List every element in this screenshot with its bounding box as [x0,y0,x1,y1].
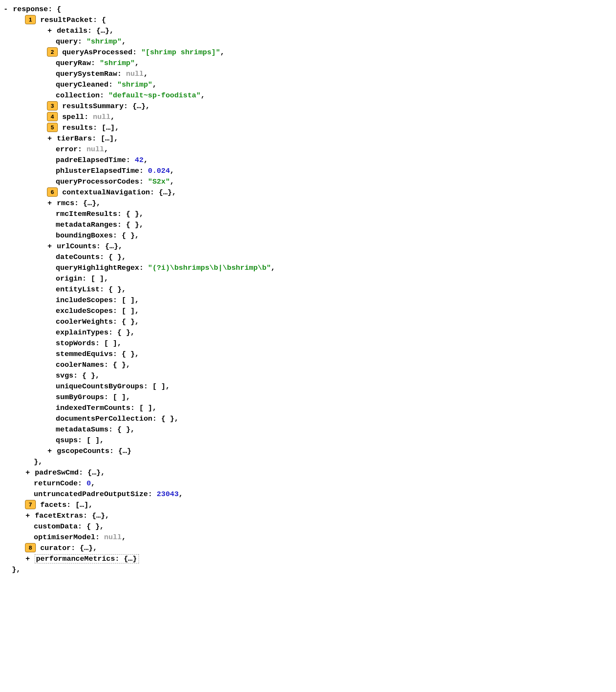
json-key: entityList [56,285,100,294]
json-key: excludeScopes [56,307,113,315]
toggle-+[interactable]: + [25,467,30,478]
json-key: performanceMetrics [36,555,115,563]
json-row-urlCounts[interactable]: + urlCounts: {…}, [3,241,613,252]
toggle-+[interactable]: + [47,25,52,36]
json-string: "S2x" [148,177,170,186]
json-key: queryCleaned [56,80,109,89]
toggle-+[interactable]: + [25,510,30,521]
json-key: queryAsProcessed [62,48,132,57]
json-row-padreElapsedTime: padreElapsedTime: 42, [3,155,613,165]
toggle-+[interactable]: + [47,198,52,209]
json-row-curator[interactable]: 8 curator: {…}, [3,543,613,553]
json-row-spell[interactable]: 4 spell: null, [3,112,613,122]
json-null: null [126,70,144,78]
json-row-contextualNavigation[interactable]: 6 contextualNavigation: {…}, [3,187,613,198]
toggle-+[interactable]: + [47,446,52,456]
json-row-boundingBoxes: boundingBoxes: { }, [3,230,613,241]
json-tree: - response: { 1 resultPacket: { + detail… [3,4,613,575]
json-key: indexedTermCounts [56,404,131,412]
json-row-resultPacket[interactable]: 1 resultPacket: { [3,15,613,25]
json-key: qsups [56,436,78,445]
json-key: stopWords [56,339,95,348]
json-row-collection: collection: "default~sp-foodista", [3,90,613,101]
json-row-resultsSummary[interactable]: 3 resultsSummary: {…}, [3,101,613,112]
json-row-queryRaw: queryRaw: "shrimp", [3,58,613,69]
json-row-indexedTermCounts: indexedTermCounts: [ ], [3,403,613,413]
toggle-+[interactable]: + [25,553,30,564]
json-key: queryRaw [56,59,91,67]
json-row-queryHighlightRegex: queryHighlightRegex: "(?i)\bshrimps\b|\b… [3,262,613,273]
json-row-coolerNames: coolerNames: { }, [3,359,613,370]
json-key: customData [34,522,78,531]
json-key: sumByGroups [56,393,104,401]
json-key: returnCode [34,479,78,488]
json-row-rmcs[interactable]: + rmcs: {…}, [3,198,613,209]
json-row-customData: customData: { }, [3,521,613,532]
json-row-response[interactable]: - response: { [3,4,613,15]
json-row-details[interactable]: + details: {…}, [3,25,613,36]
json-key: querySystemRaw [56,70,117,78]
json-number: 23043 [157,490,179,498]
callout-badge[interactable]: 7 [25,500,36,509]
json-key: phlusterElapsedTime [56,167,139,175]
json-row-includeScopes: includeScopes: [ ], [3,295,613,306]
toggle-+[interactable]: + [47,133,52,144]
callout-badge[interactable]: 6 [47,187,58,197]
json-key: includeScopes [56,296,113,304]
json-null: null [87,145,104,154]
json-row-tierBars[interactable]: + tierBars: […], [3,133,613,144]
json-key: coolerNames [56,361,104,369]
json-key: facets [40,501,66,509]
json-row-untruncatedPadreOutputSize: untruncatedPadreOutputSize: 23043, [3,489,613,500]
json-row-facets[interactable]: 7 facets: […], [3,500,613,510]
json-row-sumByGroups: sumByGroups: [ ], [3,392,613,403]
toggle--[interactable]: - [3,4,8,15]
json-key: results [62,124,93,132]
toggle-+[interactable]: + [47,241,52,252]
json-key: boundingBoxes [56,231,113,240]
json-row-excludeScopes: excludeScopes: [ ], [3,306,613,316]
json-key: tierBars [57,134,92,143]
json-string: "shrimp" [87,37,122,46]
json-row-performanceMetrics[interactable]: + performanceMetrics: {…} [3,553,613,564]
json-key: query [56,37,78,46]
json-key: response [13,5,48,13]
callout-badge[interactable]: 1 [25,15,36,24]
json-row-queryAsProcessed[interactable]: 2 queryAsProcessed: "[shrimp shrimps]", [3,47,613,58]
json-number: 42 [135,156,144,164]
json-key: spell [62,113,84,121]
json-key: documentsPerCollection [56,415,152,423]
json-row-querySystemRaw: querySystemRaw: null, [3,69,613,79]
json-row-metadataRanges: metadataRanges: { }, [3,219,613,230]
json-key: contextualNavigation [62,188,150,197]
json-row-queryCleaned: queryCleaned: "shrimp", [3,79,613,90]
json-key: rmcs [57,199,74,207]
json-row-entityList: entityList: { }, [3,284,613,295]
json-row-gscopeCounts[interactable]: + gscopeCounts: {…} [3,446,613,456]
json-row-qsups: qsups: [ ], [3,435,613,446]
json-key: coolerWeights [56,318,113,326]
json-row-stopWords: stopWords: [ ], [3,338,613,349]
json-number: 0.024 [148,167,170,175]
json-key: rmcItemResults [56,210,117,218]
json-row-facetExtras[interactable]: + facetExtras: {…}, [3,510,613,521]
json-key: queryProcessorCodes [56,177,139,186]
json-row-coolerWeights: coolerWeights: { }, [3,316,613,327]
json-key: urlCounts [57,242,96,251]
callout-badge[interactable]: 5 [47,123,58,132]
json-key: details [57,27,87,35]
json-row-results[interactable]: 5 results: […], [3,122,613,133]
callout-badge[interactable]: 2 [47,47,58,57]
callout-badge[interactable]: 8 [25,543,36,552]
json-row-query: query: "shrimp", [3,36,613,47]
json-row-padreSwCmd[interactable]: + padreSwCmd: {…}, [3,467,613,478]
callout-badge[interactable]: 4 [47,112,58,121]
json-null: null [93,113,110,121]
json-key: stemmedEquivs [56,350,113,358]
callout-badge[interactable]: 3 [47,101,58,110]
json-key: padreElapsedTime [56,156,126,164]
json-string: "[shrimp shrimps]" [141,48,220,57]
json-string: "default~sp-foodista" [109,91,201,100]
json-key: dateCounts [56,253,100,261]
json-key: origin [56,274,82,283]
